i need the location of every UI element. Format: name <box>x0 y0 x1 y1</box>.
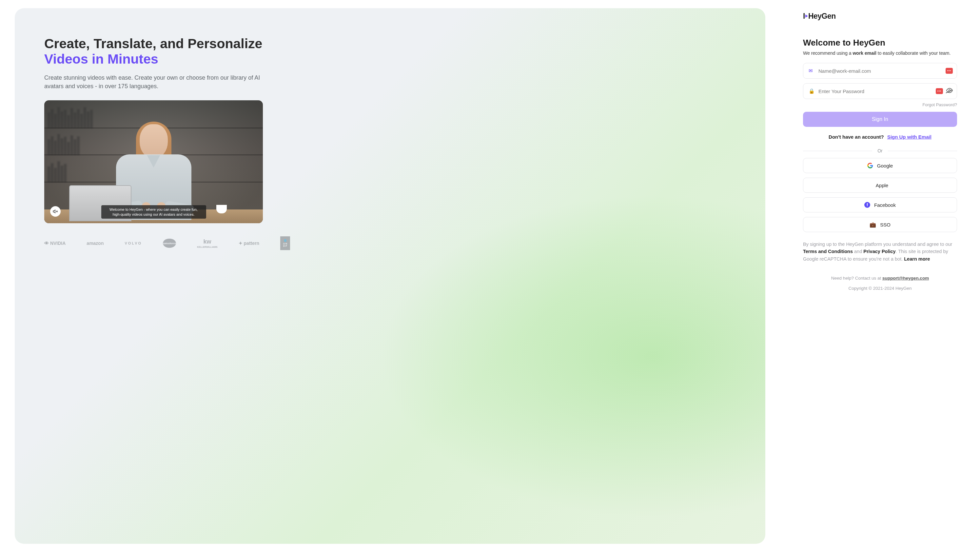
learn-more-link[interactable]: Learn more <box>904 256 930 262</box>
apple-signin-button[interactable]: Apple <box>803 178 957 193</box>
logo-nvidia: 👁 NVIDIA <box>44 240 65 246</box>
email-field-wrapper: ✉ ••• <box>803 63 957 79</box>
marketing-panel: Create, Translate, and Personalize Video… <box>15 8 765 544</box>
password-field-wrapper: 🔒 ••• <box>803 83 957 99</box>
auth-panel: IHeyGen Welcome to HeyGen We recommend u… <box>780 0 980 552</box>
logo-pattern: ✦ pattern <box>239 240 259 246</box>
logo-amazon: amazon <box>86 240 103 246</box>
partner-logos: 👁 NVIDIA amazon VOLVO salesforce kwKELLE… <box>44 236 736 250</box>
headline: Create, Translate, and Personalize Video… <box>44 36 736 67</box>
sign-up-link[interactable]: Sign Up with Email <box>887 134 931 140</box>
divider-or: Or <box>803 148 957 153</box>
copyright-text: Copyright © 2021-2024 HeyGen <box>803 286 957 291</box>
eye-off-icon[interactable] <box>946 87 953 95</box>
logo-undp: 🌐U ND P <box>280 236 290 250</box>
sso-signin-button[interactable]: 💼 SSO <box>803 217 957 232</box>
google-icon <box>867 162 873 169</box>
lock-icon: 🔒 <box>808 88 815 94</box>
promo-video[interactable]: Welcome to HeyGen - where you can easily… <box>44 100 263 223</box>
help-text: Need help? Contact us at support@heygen.… <box>803 276 957 281</box>
logo-salesforce: salesforce <box>163 239 176 248</box>
brand-logo: IHeyGen <box>803 12 957 21</box>
sign-in-button[interactable]: Sign In <box>803 112 957 127</box>
mail-icon: ✉ <box>808 68 815 74</box>
forgot-password-link[interactable]: Forgot Password? <box>803 102 957 107</box>
signup-prompt: Don't have an account? Sign Up with Emai… <box>803 134 957 140</box>
legal-text: By signing up to the HeyGen platform you… <box>803 240 957 262</box>
logo-kellerwilliams: kwKELLERWILLIAMS <box>197 238 217 248</box>
svg-point-2 <box>949 89 950 91</box>
google-signin-button[interactable]: Google <box>803 158 957 173</box>
subheadline: Create stunning videos with ease. Create… <box>44 73 267 91</box>
email-input[interactable] <box>815 68 943 74</box>
password-manager-badge-icon[interactable]: ••• <box>936 88 943 94</box>
welcome-heading: Welcome to HeyGen <box>803 38 957 48</box>
password-input[interactable] <box>815 89 934 94</box>
video-caption: Welcome to HeyGen - where you can easily… <box>101 205 206 219</box>
facebook-icon: f <box>864 202 870 208</box>
support-email-link[interactable]: support@heygen.com <box>882 276 929 281</box>
password-manager-badge-icon[interactable]: ••• <box>946 68 953 74</box>
headline-line2: Videos in Minutes <box>44 51 158 67</box>
briefcase-icon: 💼 <box>870 221 876 228</box>
terms-link[interactable]: Terms and Conditions <box>803 249 853 254</box>
logo-volvo: VOLVO <box>124 241 142 245</box>
headline-line1: Create, Translate, and Personalize <box>44 36 262 51</box>
facebook-signin-button[interactable]: f Facebook <box>803 197 957 212</box>
recommend-text: We recommend using a work email to easil… <box>803 51 957 56</box>
privacy-link[interactable]: Privacy Policy <box>863 249 896 254</box>
